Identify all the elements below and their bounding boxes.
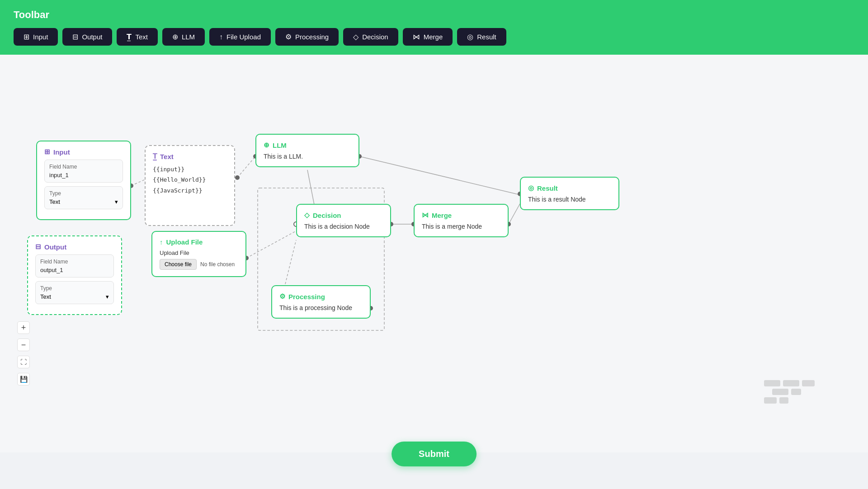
processing-node-icon: ⚙ xyxy=(279,292,285,301)
input-type-field: Type Text ▾ xyxy=(44,186,123,209)
zoom-out-button[interactable]: − xyxy=(17,339,30,351)
toolbar-buttons: ⊞ Input ⊟ Output T̲ Text ⊕ LLM ↑ File Up… xyxy=(14,28,854,46)
svg-line-5 xyxy=(509,204,520,224)
upload-node-title: Upload File xyxy=(166,238,203,246)
save-icon: 💾 xyxy=(20,376,28,383)
input-type-label: Type xyxy=(49,190,118,197)
submit-button[interactable]: Submit xyxy=(392,442,476,466)
decision-node-title: Decision xyxy=(313,212,341,219)
output-type-select[interactable]: Text ▾ xyxy=(40,293,109,300)
llm-toolbar-btn[interactable]: ⊕ LLM xyxy=(162,28,205,46)
input-field-name-field: Field Name input_1 xyxy=(44,160,123,183)
svg-line-6 xyxy=(246,231,296,258)
input-node-header: ⊞ Input xyxy=(44,148,123,156)
input-field-name-value[interactable]: input_1 xyxy=(49,172,118,179)
merge-toolbar-btn[interactable]: ⋈ Merge xyxy=(403,28,453,46)
processing-btn-label: Processing xyxy=(295,33,329,41)
svg-line-1 xyxy=(237,156,255,178)
merge-icon: ⋈ xyxy=(413,33,420,41)
save-button[interactable]: 💾 xyxy=(17,373,30,386)
result-node-title: Result xyxy=(537,184,558,192)
llm-node-header: ⊕ LLM xyxy=(264,141,351,149)
decision-node-icon: ◇ xyxy=(304,211,310,219)
merge-node-body: This is a merge Node xyxy=(422,223,500,230)
no-file-text: No file chosen xyxy=(200,261,235,268)
text-node: T̲ Text {{input}} {{Hello_World}} {{Java… xyxy=(145,145,235,226)
result-node: ◎ Result This is a result Node xyxy=(520,177,619,210)
llm-node: ⊕ LLM This is a LLM. xyxy=(255,134,359,167)
output-type-field: Type Text ▾ xyxy=(35,281,114,304)
fit-button[interactable]: ⛶ xyxy=(17,356,30,368)
text-toolbar-btn[interactable]: T̲ Text xyxy=(117,28,158,46)
choose-file-button[interactable]: Choose file xyxy=(160,259,197,270)
merge-node-header: ⋈ Merge xyxy=(422,211,500,219)
text-node-content[interactable]: {{input}} {{Hello_World}} {{JavaScript}} xyxy=(153,164,227,217)
text-node-title: Text xyxy=(160,153,174,160)
input-type-select[interactable]: Text ▾ xyxy=(49,198,118,205)
upload-node: ↑ Upload File Upload File Choose file No… xyxy=(151,231,246,277)
merge-btn-label: Merge xyxy=(424,33,443,41)
processing-toolbar-btn[interactable]: ⚙ Processing xyxy=(275,28,339,46)
decision-toolbar-btn[interactable]: ◇ Decision xyxy=(343,28,398,46)
processing-node: ⚙ Processing This is a processing Node xyxy=(271,285,371,319)
merge-node-icon: ⋈ xyxy=(422,211,429,219)
input-icon: ⊞ xyxy=(24,33,29,41)
svg-point-18 xyxy=(235,175,240,180)
merge-node: ⋈ Merge This is a merge Node xyxy=(414,204,509,237)
canvas-area: ⊞ Input Field Name input_1 Type Text ▾ ⊟… xyxy=(0,55,868,452)
merge-node-title: Merge xyxy=(432,212,452,219)
decision-node: ◇ Decision This is a decision Node xyxy=(296,204,391,237)
toolbar-title: Toolbar xyxy=(14,9,854,21)
input-node-title: Input xyxy=(53,148,70,156)
toolbar: Toolbar ⊞ Input ⊟ Output T̲ Text ⊕ LLM ↑… xyxy=(0,0,868,55)
input-toolbar-btn[interactable]: ⊞ Input xyxy=(14,28,58,46)
input-field-name-label: Field Name xyxy=(49,164,118,170)
file-upload-icon: ↑ xyxy=(219,33,223,41)
output-node: ⊟ Output Field Name output_1 Type Text ▾ xyxy=(27,235,122,315)
input-type-value: Text xyxy=(49,198,60,205)
result-icon: ◎ xyxy=(467,33,473,41)
output-node-icon: ⊟ xyxy=(35,243,41,251)
input-btn-label: Input xyxy=(33,33,48,41)
input-node-icon: ⊞ xyxy=(44,148,50,156)
upload-node-header: ↑ Upload File xyxy=(160,238,238,246)
processing-node-title: Processing xyxy=(288,293,325,301)
minimap xyxy=(764,380,845,416)
output-type-label: Type xyxy=(40,285,109,292)
result-btn-label: Result xyxy=(477,33,496,41)
output-icon: ⊟ xyxy=(72,33,78,41)
processing-icon: ⚙ xyxy=(285,33,292,41)
output-toolbar-btn[interactable]: ⊟ Output xyxy=(62,28,112,46)
connections-svg xyxy=(0,55,868,452)
text-node-header: T̲ Text xyxy=(153,152,227,160)
file-upload-toolbar-btn[interactable]: ↑ File Upload xyxy=(209,28,271,46)
decision-btn-label: Decision xyxy=(362,33,388,41)
processing-node-header: ⚙ Processing xyxy=(279,292,363,301)
result-toolbar-btn[interactable]: ◎ Result xyxy=(457,28,506,46)
decision-node-body: This is a decision Node xyxy=(304,223,383,230)
llm-icon: ⊕ xyxy=(172,33,178,41)
output-field-name-label: Field Name xyxy=(40,259,109,265)
decision-node-header: ◇ Decision xyxy=(304,211,383,219)
canvas-controls: + − ⛶ 💾 xyxy=(17,321,30,386)
upload-label: Upload File xyxy=(160,249,238,256)
output-node-header: ⊟ Output xyxy=(35,243,114,251)
output-type-value: Text xyxy=(40,293,51,300)
output-btn-label: Output xyxy=(82,33,102,41)
file-upload-btn-label: File Upload xyxy=(226,33,261,41)
zoom-in-button[interactable]: + xyxy=(17,321,30,334)
decision-icon: ◇ xyxy=(353,33,359,41)
upload-file-row: Choose file No file chosen xyxy=(160,259,238,270)
upload-node-icon: ↑ xyxy=(160,238,163,246)
input-type-chevron: ▾ xyxy=(115,198,118,205)
output-node-title: Output xyxy=(44,243,66,251)
output-field-name-field: Field Name output_1 xyxy=(35,254,114,277)
svg-line-3 xyxy=(359,156,520,195)
text-icon: T̲ xyxy=(127,33,132,41)
processing-node-body: This is a processing Node xyxy=(279,304,363,311)
output-field-name-value[interactable]: output_1 xyxy=(40,267,109,273)
llm-btn-label: LLM xyxy=(182,33,195,41)
llm-node-icon: ⊕ xyxy=(264,141,269,149)
llm-node-body: This is a LLM. xyxy=(264,153,351,160)
text-node-icon: T̲ xyxy=(153,152,157,160)
